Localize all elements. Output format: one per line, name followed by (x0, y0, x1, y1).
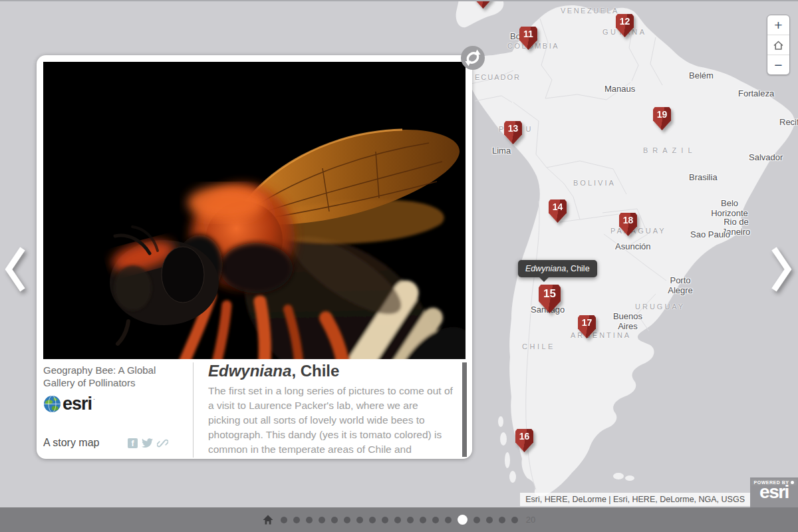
description-scrollbar[interactable] (462, 362, 467, 457)
pager-dot-16[interactable] (473, 517, 480, 523)
map-pin-15[interactable]: 15 (539, 285, 561, 313)
country-label: CHILE (522, 342, 555, 350)
top-border-line (0, 0, 798, 1)
pager-count-label: 20 (526, 515, 535, 525)
story-map-tagline: A story map (43, 437, 99, 449)
zoom-in-button[interactable]: + (767, 15, 789, 35)
pager-dot-3[interactable] (306, 517, 313, 523)
tagline-row: A story map f (43, 437, 168, 449)
city-label: Porto Alegre (668, 275, 693, 295)
powered-by-esri-badge: POWERED BY esri (750, 477, 798, 507)
esri-wordmark: esri (759, 483, 789, 501)
brand-column: Geography Bee: A Global Gallery of Polli… (43, 364, 168, 413)
pager-dot-4[interactable] (319, 517, 325, 523)
pager-dot-15[interactable] (458, 515, 467, 525)
pager-dot-7[interactable] (356, 517, 363, 523)
city-label: Lima (492, 146, 511, 156)
country-label: BOLIVIA (573, 179, 616, 187)
pager-dot-1[interactable] (281, 517, 287, 523)
tooltip-place: , Chile (566, 264, 589, 273)
esri-trademark-dot: · (93, 396, 95, 402)
twitter-share-icon[interactable] (142, 438, 153, 448)
pager-dot-10[interactable] (394, 517, 401, 523)
map-zoom-control: + − (767, 15, 790, 75)
home-extent-button[interactable] (767, 35, 789, 55)
facebook-share-icon[interactable]: f (128, 438, 138, 448)
country-label: ECUADOR (475, 73, 521, 81)
pager-dot-5[interactable] (331, 517, 338, 523)
pager-dot-9[interactable] (382, 517, 388, 523)
map-pin-13[interactable]: 13 (504, 121, 522, 144)
story-photo (43, 62, 466, 359)
city-label: Brasilia (689, 172, 718, 182)
next-slide-button[interactable] (770, 245, 793, 297)
map-attribution: Esri, HERE, DeLorme | Esri, HERE, DeLorm… (520, 493, 750, 506)
slide-title-genus: Edwyniana (208, 362, 291, 380)
refresh-icon (460, 45, 486, 71)
city-label: Belo Horizonte (711, 198, 748, 218)
map-pin-11[interactable]: 11 (519, 27, 537, 50)
pager-dot-8[interactable] (369, 517, 376, 523)
pin-tooltip: Edwyniana, Chile (518, 260, 597, 277)
zoom-out-button[interactable]: − (767, 55, 789, 74)
pager-dot-13[interactable] (432, 517, 439, 523)
story-card: Geography Bee: A Global Gallery of Polli… (37, 55, 472, 459)
map-pin-12[interactable]: 12 (616, 14, 634, 37)
country-label: VENEZUELA (561, 7, 619, 15)
map-pin-16[interactable]: 16 (515, 429, 533, 452)
esri-globe-icon (43, 395, 61, 413)
esri-logo-text: esri (63, 395, 92, 413)
card-divider (193, 362, 194, 458)
pager-dot-2[interactable] (293, 517, 300, 523)
pager-dot-18[interactable] (499, 517, 505, 523)
esri-logo: esri · (43, 395, 168, 413)
country-label: URUGUAY (635, 303, 685, 311)
story-column: Edwyniana, Chile The first set in a long… (208, 362, 453, 459)
pager-home-button[interactable] (263, 515, 273, 525)
country-label: BRAZIL (643, 146, 697, 154)
pager-dot-6[interactable] (344, 517, 350, 523)
tooltip-genus: Edwyniana (525, 264, 566, 273)
city-label: Buenos Aires (613, 311, 642, 331)
pager-bar: 20 (0, 507, 798, 532)
home-icon (773, 40, 784, 51)
city-label: Sao Paulo (690, 229, 730, 239)
chevron-right-icon (770, 245, 793, 294)
social-links: f (128, 438, 168, 449)
city-label: Manaus (604, 84, 635, 94)
refresh-button[interactable] (460, 45, 486, 74)
city-label: Recife (779, 117, 798, 127)
home-icon (263, 515, 273, 525)
pager-dots (281, 515, 518, 525)
city-label: Fortaleza (738, 88, 774, 98)
pager-dot-14[interactable] (445, 517, 452, 523)
slide-title: Edwyniana, Chile (208, 362, 453, 380)
pager-dot-11[interactable] (407, 517, 414, 523)
slide-description: The first set in a long series of pictur… (208, 384, 453, 459)
pager-dot-12[interactable] (420, 517, 426, 523)
link-share-icon[interactable] (157, 438, 168, 449)
pager-dot-17[interactable] (486, 517, 493, 523)
map-pin-17[interactable]: 17 (578, 315, 596, 338)
map-pin-18[interactable]: 18 (619, 213, 637, 236)
slide-title-place: , Chile (291, 362, 339, 380)
powered-by-dot-icon (791, 481, 794, 484)
chevron-left-icon (4, 245, 27, 294)
pager-dot-19[interactable] (511, 517, 518, 523)
slide-pager: 20 (263, 515, 535, 525)
previous-slide-button[interactable] (4, 245, 27, 297)
city-label: Belém (689, 70, 714, 80)
map-pin-19[interactable]: 19 (653, 107, 671, 130)
city-label: Asunción (615, 241, 650, 251)
bee-photo-illustration (43, 62, 466, 359)
map-pin-14[interactable]: 14 (549, 200, 567, 223)
city-label: Salvador (749, 152, 783, 162)
story-map-title: Geography Bee: A Global Gallery of Polli… (43, 364, 168, 389)
